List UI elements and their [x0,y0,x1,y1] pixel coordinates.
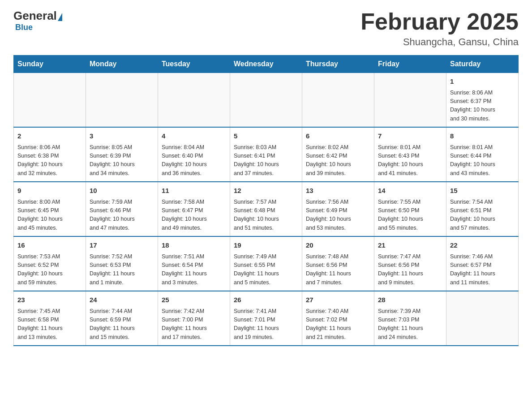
weekday-header-sunday: Sunday [14,56,86,73]
calendar-cell: 26Sunrise: 7:41 AM Sunset: 7:01 PM Dayli… [230,291,302,346]
calendar-cell [374,73,446,128]
day-number: 6 [306,131,370,141]
day-info: Sunrise: 7:48 AM Sunset: 6:56 PM Dayligh… [306,253,370,287]
day-info: Sunrise: 7:58 AM Sunset: 6:47 PM Dayligh… [162,198,226,233]
month-title: February 2025 [360,9,519,34]
calendar-week-row: 23Sunrise: 7:45 AM Sunset: 6:58 PM Dayli… [14,291,519,346]
day-info: Sunrise: 7:39 AM Sunset: 7:03 PM Dayligh… [378,307,442,342]
calendar-cell: 28Sunrise: 7:39 AM Sunset: 7:03 PM Dayli… [374,291,446,346]
logo-triangle-icon [58,13,62,21]
day-info: Sunrise: 8:01 AM Sunset: 6:44 PM Dayligh… [450,143,515,178]
day-info: Sunrise: 8:06 AM Sunset: 6:38 PM Dayligh… [17,143,82,178]
calendar-cell: 17Sunrise: 7:52 AM Sunset: 6:53 PM Dayli… [86,236,158,291]
day-info: Sunrise: 8:04 AM Sunset: 6:40 PM Dayligh… [162,143,226,178]
day-number: 8 [450,131,515,141]
day-number: 5 [234,131,298,141]
day-number: 17 [90,240,154,251]
location-label: Shuangcha, Gansu, China [360,36,519,48]
day-info: Sunrise: 7:59 AM Sunset: 6:46 PM Dayligh… [90,198,154,233]
day-info: Sunrise: 7:44 AM Sunset: 6:59 PM Dayligh… [90,307,154,342]
calendar-header: SundayMondayTuesdayWednesdayThursdayFrid… [14,56,519,73]
calendar-cell: 23Sunrise: 7:45 AM Sunset: 6:58 PM Dayli… [14,291,86,346]
logo-blue-text: Blue [15,23,33,32]
day-number: 10 [90,186,154,196]
calendar-cell [86,73,158,128]
calendar-cell: 3Sunrise: 8:05 AM Sunset: 6:39 PM Daylig… [86,127,158,182]
calendar-week-row: 1Sunrise: 8:06 AM Sunset: 6:37 PM Daylig… [14,73,519,128]
calendar-cell: 1Sunrise: 8:06 AM Sunset: 6:37 PM Daylig… [446,73,519,128]
day-info: Sunrise: 7:57 AM Sunset: 6:48 PM Dayligh… [234,198,298,233]
logo: General Blue [13,9,63,32]
calendar-cell: 7Sunrise: 8:01 AM Sunset: 6:43 PM Daylig… [374,127,446,182]
day-number: 20 [306,240,370,251]
calendar-cell: 14Sunrise: 7:55 AM Sunset: 6:50 PM Dayli… [374,182,446,236]
day-number: 4 [162,131,226,141]
title-block: February 2025 Shuangcha, Gansu, China [360,9,519,48]
calendar-cell: 15Sunrise: 7:54 AM Sunset: 6:51 PM Dayli… [446,182,519,236]
calendar-cell: 24Sunrise: 7:44 AM Sunset: 6:59 PM Dayli… [86,291,158,346]
day-number: 2 [17,131,82,141]
day-number: 26 [234,295,298,305]
calendar-cell: 10Sunrise: 7:59 AM Sunset: 6:46 PM Dayli… [86,182,158,236]
day-info: Sunrise: 7:52 AM Sunset: 6:53 PM Dayligh… [90,253,154,287]
day-number: 7 [378,131,442,141]
day-number: 24 [90,295,154,305]
day-info: Sunrise: 8:00 AM Sunset: 6:45 PM Dayligh… [17,198,82,233]
calendar-cell: 20Sunrise: 7:48 AM Sunset: 6:56 PM Dayli… [302,236,374,291]
calendar-week-row: 2Sunrise: 8:06 AM Sunset: 6:38 PM Daylig… [14,127,519,182]
calendar-cell: 13Sunrise: 7:56 AM Sunset: 6:49 PM Dayli… [302,182,374,236]
calendar-cell [14,73,86,128]
day-info: Sunrise: 8:02 AM Sunset: 6:42 PM Dayligh… [306,143,370,178]
day-info: Sunrise: 7:46 AM Sunset: 6:57 PM Dayligh… [450,253,515,287]
weekday-header-thursday: Thursday [302,56,374,73]
page-header: General Blue February 2025 Shuangcha, Ga… [13,9,519,48]
calendar-cell: 5Sunrise: 8:03 AM Sunset: 6:41 PM Daylig… [230,127,302,182]
day-info: Sunrise: 8:06 AM Sunset: 6:37 PM Dayligh… [450,89,515,124]
calendar-cell: 18Sunrise: 7:51 AM Sunset: 6:54 PM Dayli… [158,236,230,291]
calendar-cell [158,73,230,128]
day-number: 21 [378,240,442,251]
day-info: Sunrise: 7:41 AM Sunset: 7:01 PM Dayligh… [234,307,298,342]
calendar-cell: 21Sunrise: 7:47 AM Sunset: 6:56 PM Dayli… [374,236,446,291]
weekday-header-wednesday: Wednesday [230,56,302,73]
calendar-week-row: 9Sunrise: 8:00 AM Sunset: 6:45 PM Daylig… [14,182,519,236]
calendar-cell: 4Sunrise: 8:04 AM Sunset: 6:40 PM Daylig… [158,127,230,182]
calendar-cell: 16Sunrise: 7:53 AM Sunset: 6:52 PM Dayli… [14,236,86,291]
day-number: 16 [17,240,82,251]
day-number: 22 [450,240,515,251]
calendar-cell: 25Sunrise: 7:42 AM Sunset: 7:00 PM Dayli… [158,291,230,346]
day-number: 15 [450,186,515,196]
calendar-cell: 22Sunrise: 7:46 AM Sunset: 6:57 PM Dayli… [446,236,519,291]
calendar-cell: 6Sunrise: 8:02 AM Sunset: 6:42 PM Daylig… [302,127,374,182]
calendar-cell: 27Sunrise: 7:40 AM Sunset: 7:02 PM Dayli… [302,291,374,346]
weekday-header-monday: Monday [86,56,158,73]
day-number: 13 [306,186,370,196]
calendar-cell [302,73,374,128]
day-info: Sunrise: 7:42 AM Sunset: 7:00 PM Dayligh… [162,307,226,342]
day-number: 12 [234,186,298,196]
day-number: 3 [90,131,154,141]
day-number: 25 [162,295,226,305]
calendar-cell: 19Sunrise: 7:49 AM Sunset: 6:55 PM Dayli… [230,236,302,291]
day-number: 27 [306,295,370,305]
weekday-header-tuesday: Tuesday [158,56,230,73]
day-info: Sunrise: 7:49 AM Sunset: 6:55 PM Dayligh… [234,253,298,287]
day-info: Sunrise: 7:40 AM Sunset: 7:02 PM Dayligh… [306,307,370,342]
day-number: 11 [162,186,226,196]
day-info: Sunrise: 7:45 AM Sunset: 6:58 PM Dayligh… [17,307,82,342]
day-number: 23 [17,295,82,305]
calendar-cell: 11Sunrise: 7:58 AM Sunset: 6:47 PM Dayli… [158,182,230,236]
calendar-week-row: 16Sunrise: 7:53 AM Sunset: 6:52 PM Dayli… [14,236,519,291]
day-number: 28 [378,295,442,305]
calendar-cell: 12Sunrise: 7:57 AM Sunset: 6:48 PM Dayli… [230,182,302,236]
calendar-cell: 2Sunrise: 8:06 AM Sunset: 6:38 PM Daylig… [14,127,86,182]
day-info: Sunrise: 7:55 AM Sunset: 6:50 PM Dayligh… [378,198,442,233]
day-info: Sunrise: 8:01 AM Sunset: 6:43 PM Dayligh… [378,143,442,178]
calendar-cell: 9Sunrise: 8:00 AM Sunset: 6:45 PM Daylig… [14,182,86,236]
day-number: 1 [450,77,515,87]
day-number: 18 [162,240,226,251]
weekday-header-friday: Friday [374,56,446,73]
calendar-body: 1Sunrise: 8:06 AM Sunset: 6:37 PM Daylig… [14,73,519,346]
calendar-cell [446,291,519,346]
day-info: Sunrise: 7:47 AM Sunset: 6:56 PM Dayligh… [378,253,442,287]
